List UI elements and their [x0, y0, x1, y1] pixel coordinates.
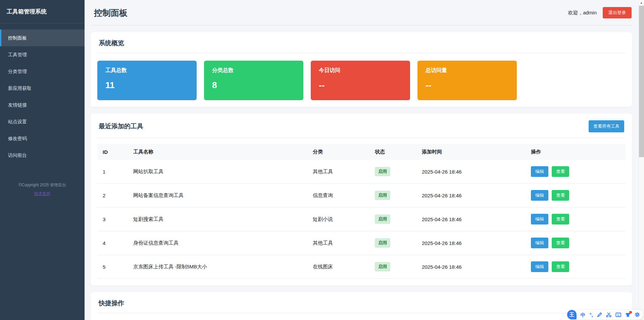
- stat-card-label: 今日访问: [319, 67, 402, 74]
- page-title: 控制面板: [94, 7, 128, 18]
- ime-settings-gear-icon[interactable]: [635, 312, 640, 317]
- scrollbar-thumb[interactable]: [639, 6, 644, 157]
- stat-card-value: --: [319, 80, 402, 90]
- stat-card: 工具总数 11: [97, 61, 197, 100]
- stat-card: 分类总数 8: [204, 61, 303, 100]
- column-header-id: ID: [97, 144, 128, 160]
- sidebar-nav: 控制面板 工具管理 分类管理 新应用获取 友情链接 站点设置 修改密码 访问前台: [0, 23, 85, 164]
- ime-skin-shirt-icon[interactable]: [625, 312, 631, 317]
- stat-card-label: 分类总数: [212, 67, 295, 74]
- edit-button[interactable]: 编辑: [531, 190, 548, 201]
- table-row: 1 网站扒取工具 其他工具 启用 2025-04-26 18:46 编辑 查看: [97, 160, 626, 184]
- table-header-row: ID 工具名称 分类 状态 添加时间 操作: [97, 144, 626, 160]
- view-button[interactable]: 查看: [552, 214, 569, 225]
- sidebar-item-label: 新应用获取: [8, 85, 32, 91]
- copyright-text: ©Copyright 2025 管理后台: [0, 182, 85, 188]
- status-badge: 启用: [375, 214, 390, 224]
- notification-dot: [629, 311, 632, 314]
- welcome-text: 欢迎，admin: [568, 10, 597, 16]
- sidebar-item[interactable]: 新应用获取: [0, 80, 85, 97]
- overview-panel: 系统概览 工具总数 11 分类总数 8 今日访问 --: [91, 32, 632, 107]
- cell-category: 信息查询: [307, 184, 369, 207]
- ime-logo-icon[interactable]: 王: [567, 310, 577, 319]
- cell-tool-name: 京东图床上传工具 -限制5MB大小: [128, 255, 307, 279]
- cell-tool-name: 短剧搜索工具: [128, 207, 307, 231]
- cell-added-time: 2025-04-26 18:46: [416, 255, 526, 279]
- view-all-tools-button[interactable]: 查看所有工具: [589, 120, 624, 132]
- sidebar-item[interactable]: 访问前台: [0, 147, 85, 164]
- cell-category: 其他工具: [307, 160, 369, 184]
- quick-actions-heading: 快捷操作: [97, 299, 626, 313]
- stat-card: 今日访问 --: [311, 61, 410, 100]
- ime-handwriting-pen-icon[interactable]: [597, 312, 602, 317]
- column-header-status: 状态: [369, 144, 416, 160]
- page-header: 控制面板 欢迎，admin 退出登录: [91, 0, 632, 25]
- cell-tool-name: 身份证信息查询工具: [128, 231, 307, 255]
- edit-button[interactable]: 编辑: [531, 238, 548, 248]
- column-header-actions: 操作: [526, 144, 626, 160]
- recent-tools-title: 最近添加的工具: [99, 122, 143, 131]
- cell-id: 3: [97, 207, 128, 231]
- edit-button[interactable]: 编辑: [531, 214, 548, 225]
- recent-tools-table: ID 工具名称 分类 状态 添加时间 操作 1 网站扒取工具 其他工具 启用 2: [97, 144, 626, 279]
- ime-language-toggle-icon[interactable]: 中: [581, 312, 586, 317]
- header-right: 欢迎，admin 退出登录: [568, 7, 632, 18]
- edit-button[interactable]: 编辑: [531, 166, 548, 177]
- edit-button[interactable]: 编辑: [531, 261, 548, 272]
- status-badge: 启用: [375, 167, 390, 176]
- cell-id: 5: [97, 255, 128, 279]
- stat-cards: 工具总数 11 分类总数 8 今日访问 -- 总访问量 --: [97, 61, 626, 100]
- ime-keyboard-icon[interactable]: [615, 313, 621, 317]
- sidebar-item-label: 工具管理: [8, 52, 27, 57]
- scroll-up-arrow-icon[interactable]: ▲: [639, 0, 644, 6]
- cell-added-time: 2025-04-26 18:46: [416, 160, 526, 184]
- stat-card: 总访问量 --: [417, 61, 517, 100]
- cell-tool-name: 网站扒取工具: [128, 160, 307, 184]
- quick-actions-panel: 快捷操作: [91, 292, 632, 320]
- column-header-category: 分类: [307, 144, 369, 160]
- logout-button[interactable]: 退出登录: [603, 7, 632, 18]
- view-button[interactable]: 查看: [552, 238, 569, 248]
- cell-tool-name: 网站备案信息查询工具: [128, 184, 307, 207]
- stat-card-value: 8: [212, 80, 295, 90]
- cell-id: 1: [97, 160, 128, 184]
- table-row: 5 京东图床上传工具 -限制5MB大小 在线图床 启用 2025-04-26 1…: [97, 255, 626, 279]
- sidebar-item[interactable]: 修改密码: [0, 130, 85, 147]
- cell-added-time: 2025-04-26 18:46: [416, 184, 526, 207]
- app-title: 工具箱管理系统: [0, 0, 85, 23]
- cell-category: 在线图床: [307, 255, 369, 279]
- ime-scissors-icon[interactable]: [606, 312, 611, 317]
- sidebar-item-label: 修改密码: [8, 136, 27, 141]
- cell-added-time: 2025-04-26 18:46: [416, 207, 526, 231]
- cell-category: 其他工具: [307, 231, 369, 255]
- view-button[interactable]: 查看: [552, 261, 569, 272]
- column-header-name: 工具名称: [128, 144, 307, 160]
- status-badge: 启用: [375, 262, 390, 271]
- main-content: 控制面板 欢迎，admin 退出登录 系统概览 工具总数 11 分类总数 8: [85, 0, 644, 320]
- sidebar-item[interactable]: 工具管理: [0, 46, 85, 63]
- view-button[interactable]: 查看: [552, 166, 569, 177]
- vertical-scrollbar[interactable]: ▲: [638, 0, 644, 320]
- sidebar-item-label: 访问前台: [8, 152, 27, 158]
- status-badge: 启用: [375, 191, 390, 200]
- status-badge: 启用: [375, 238, 390, 248]
- column-header-time: 添加时间: [416, 144, 526, 160]
- overview-heading: 系统概览: [97, 39, 626, 53]
- recent-tools-heading: 最近添加的工具 查看所有工具: [97, 120, 626, 138]
- view-button[interactable]: 查看: [552, 190, 569, 201]
- sidebar-item[interactable]: 控制面板: [0, 29, 85, 46]
- sidebar-item[interactable]: 分类管理: [0, 63, 85, 80]
- sidebar-item[interactable]: 友情链接: [0, 97, 85, 113]
- recent-tools-panel: 最近添加的工具 查看所有工具 ID 工具名称 分类 状态 添加时间 操作 1: [91, 114, 632, 285]
- table-row: 3 短剧搜索工具 短剧小说 启用 2025-04-26 18:46 编辑 查看: [97, 207, 626, 231]
- ime-toolbar: 王 中 °,: [567, 310, 643, 320]
- sidebar-item[interactable]: 站点设置: [0, 113, 85, 130]
- cell-category: 短剧小说: [307, 207, 369, 231]
- stat-card-label: 工具总数: [105, 67, 189, 74]
- footer-link[interactable]: 技术支持: [34, 191, 50, 197]
- sidebar: 工具箱管理系统 控制面板 工具管理 分类管理 新应用获取 友情链接 站点设置 修…: [0, 0, 85, 320]
- sidebar-item-label: 控制面板: [8, 35, 27, 41]
- ime-punctuation-icon[interactable]: °,: [590, 312, 593, 317]
- table-row: 2 网站备案信息查询工具 信息查询 启用 2025-04-26 18:46 编辑…: [97, 184, 626, 207]
- stat-card-label: 总访问量: [426, 67, 509, 74]
